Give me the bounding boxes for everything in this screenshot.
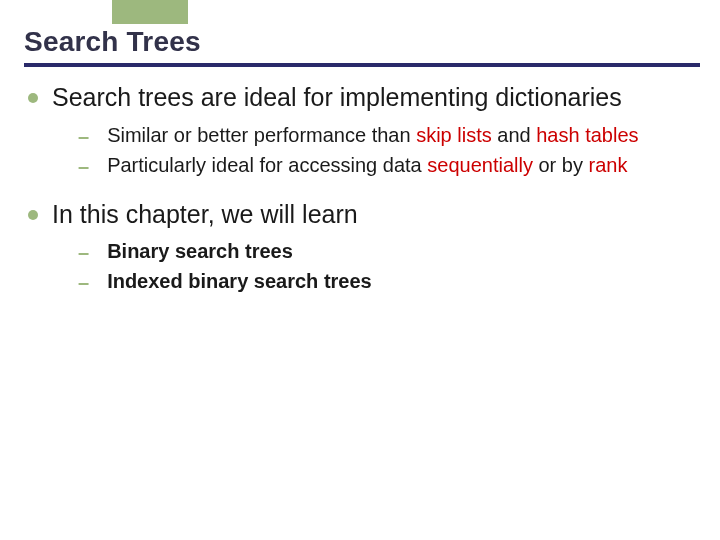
list-item: – Binary search trees bbox=[78, 239, 696, 265]
bullet-dash-icon: – bbox=[78, 240, 89, 265]
slide: Search Trees Search trees are ideal for … bbox=[0, 0, 720, 540]
list-item: – Particularly ideal for accessing data … bbox=[78, 153, 696, 179]
header-accent-box bbox=[112, 0, 188, 24]
emphasis-text: rank bbox=[588, 154, 627, 176]
list-item: In this chapter, we will learn bbox=[24, 199, 696, 230]
slide-body: Search trees are ideal for implementing … bbox=[24, 82, 696, 315]
list-item-text: Particularly ideal for accessing data se… bbox=[107, 153, 627, 179]
list-item-text: Search trees are ideal for implementing … bbox=[52, 82, 622, 113]
list-item: – Indexed binary search trees bbox=[78, 269, 696, 295]
sub-list: – Similar or better performance than ski… bbox=[78, 123, 696, 179]
list-item: Search trees are ideal for implementing … bbox=[24, 82, 696, 113]
list-item: – Similar or better performance than ski… bbox=[78, 123, 696, 149]
emphasis-text: skip lists bbox=[416, 124, 492, 146]
bullet-dash-icon: – bbox=[78, 270, 89, 295]
slide-title: Search Trees bbox=[24, 26, 201, 58]
list-item-text: Similar or better performance than skip … bbox=[107, 123, 638, 149]
emphasis-text: sequentially bbox=[427, 154, 533, 176]
bullet-dash-icon: – bbox=[78, 154, 89, 179]
list-item-text: In this chapter, we will learn bbox=[52, 199, 358, 230]
list-item-text: Binary search trees bbox=[107, 239, 293, 265]
bullet-dot-icon bbox=[28, 93, 38, 103]
list-item-text: Indexed binary search trees bbox=[107, 269, 372, 295]
bullet-dash-icon: – bbox=[78, 124, 89, 149]
emphasis-text: hash tables bbox=[536, 124, 638, 146]
sub-list: – Binary search trees – Indexed binary s… bbox=[78, 239, 696, 295]
bullet-dot-icon bbox=[28, 210, 38, 220]
title-underline bbox=[24, 63, 700, 67]
